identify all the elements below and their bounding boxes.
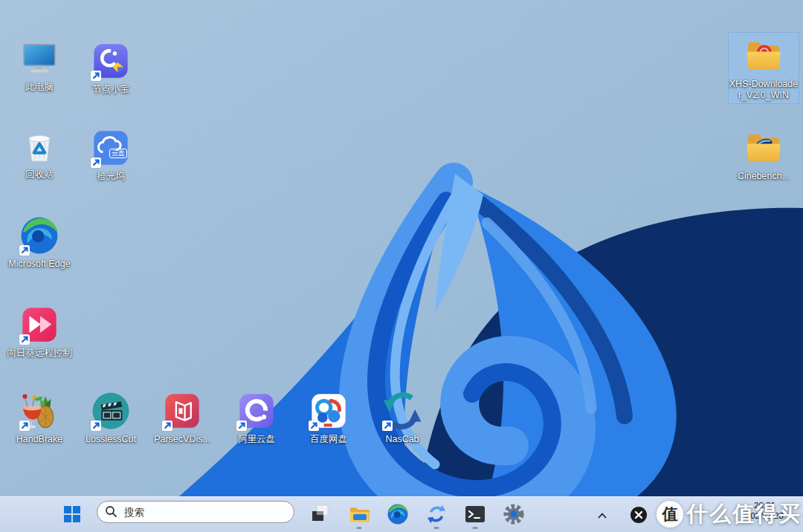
desktop-icon-label: NasCab <box>369 434 436 445</box>
folder-icon <box>742 126 785 169</box>
desktop-icon-label: XHS-Downloader_V2.0_WIN <box>729 79 799 101</box>
baidu-netdisk-icon <box>307 389 350 432</box>
shortcut-arrow-icon <box>382 421 393 431</box>
taskbar-app-terminal[interactable] <box>461 498 489 531</box>
desktop: 此电脑 节点小宝 回收站 云盘 拾光坞 <box>0 30 803 496</box>
desktop-icon-this-pc[interactable]: 此电脑 <box>6 36 73 95</box>
taskbar-app-edge[interactable] <box>384 498 412 531</box>
desktop-icon-losslesscut[interactable]: LosslessCut <box>77 388 144 447</box>
remote-desktop-window: Zoom in (adapt DPI) Detach tab Toggle sc… <box>0 0 803 532</box>
desktop-icon-recycle-bin[interactable]: 回收站 <box>6 123 73 183</box>
desktop-icon-xhs-downloader-folder[interactable]: XHS-Downloader_V2.0_WIN <box>729 33 799 103</box>
desktop-icon-label: Microsoft Edge <box>6 259 73 270</box>
chevron-up-icon <box>597 512 607 519</box>
search-icon <box>105 505 117 521</box>
taskbar-app-file-explorer[interactable] <box>345 498 373 531</box>
overlapping-squares-icon <box>309 503 332 525</box>
settings-gear-icon <box>503 503 525 525</box>
this-pc-icon <box>18 37 61 80</box>
taskbar-search[interactable] <box>97 501 294 523</box>
edge-icon <box>18 214 61 257</box>
desktop-icon-label: 向日葵远程控制 <box>6 348 73 359</box>
tray-close-app-button[interactable] <box>629 505 648 525</box>
recycle-bin-icon <box>18 125 61 168</box>
shortcut-arrow-icon <box>19 421 30 431</box>
sunlogin-icon <box>18 303 61 346</box>
desktop-icon-parsec-vdisplay[interactable]: ParsecVDis... <box>149 388 216 447</box>
edge-icon <box>386 502 410 526</box>
desktop-icon-label: HandBrake <box>6 434 73 445</box>
running-indicator <box>357 527 362 529</box>
x-circle-icon <box>630 506 648 524</box>
taskbar-app-overlapping-squares[interactable] <box>306 498 335 531</box>
windows-logo-icon <box>64 506 80 522</box>
losslesscut-icon <box>89 389 132 432</box>
shortcut-arrow-icon <box>309 421 319 431</box>
desktop-icon-microsoft-edge[interactable]: Microsoft Edge <box>6 213 73 272</box>
terminal-icon <box>464 503 486 525</box>
handbrake-icon <box>18 389 61 432</box>
desktop-icon-label: 此电脑 <box>6 82 73 93</box>
desktop-icon-label: 百度网盘 <box>295 434 362 445</box>
desktop-icon-label: LosslessCut <box>77 434 144 445</box>
running-indicator <box>473 527 478 529</box>
desktop-icon-aliyun-drive[interactable]: 阿里云盘 <box>223 388 290 447</box>
desktop-icon-jiedian-xiaobao[interactable]: 节点小宝 <box>77 38 144 97</box>
clock-time: 20:31 <box>746 500 784 510</box>
shortcut-arrow-icon <box>91 421 101 431</box>
shortcut-arrow-icon <box>19 245 30 256</box>
start-button[interactable] <box>59 502 85 526</box>
running-indicator <box>434 527 439 529</box>
clock-date: 2024/7/28 <box>746 510 784 521</box>
desktop-icon-cinebench-folder[interactable]: Cinebench... <box>729 125 799 184</box>
nascab-icon <box>381 389 424 432</box>
folder-icon <box>742 34 785 77</box>
aliyun-drive-icon <box>235 389 278 432</box>
desktop-icon-label: 阿里云盘 <box>223 434 290 445</box>
desktop-icon-sunlogin[interactable]: 向日葵远程控制 <box>6 302 73 361</box>
shiguangwu-cloud-icon: 云盘 <box>89 126 132 169</box>
shortcut-arrow-icon <box>236 421 247 431</box>
shortcut-arrow-icon <box>91 71 101 81</box>
tray-chevron-button[interactable] <box>593 507 611 525</box>
desktop-icon-label: 回收站 <box>6 169 73 181</box>
shortcut-arrow-icon <box>91 158 101 168</box>
desktop-icon-baidu-netdisk[interactable]: 百度网盘 <box>295 388 362 447</box>
desktop-icon-label: Cinebench... <box>729 171 799 182</box>
shortcut-arrow-icon <box>19 334 30 345</box>
desktop-icon-nascab[interactable]: NasCab <box>369 388 436 447</box>
parsec-vdisplay-icon <box>161 389 204 432</box>
desktop-icon-label: ParsecVDis... <box>149 434 216 445</box>
jiedian-xiaobao-icon <box>89 39 132 82</box>
monitor-icon <box>662 507 681 525</box>
taskbar-app-sync[interactable] <box>422 498 451 531</box>
desktop-icon-label: 节点小宝 <box>77 84 144 95</box>
tray-display-button[interactable] <box>660 505 683 526</box>
desktop-icon-handbrake[interactable]: HandBrake <box>6 388 73 447</box>
search-input[interactable] <box>97 501 294 523</box>
file-explorer-icon <box>348 503 370 525</box>
taskbar-clock[interactable]: 20:31 2024/7/28 <box>746 500 784 521</box>
taskbar-app-settings[interactable] <box>500 498 528 531</box>
shortcut-arrow-icon <box>162 421 172 431</box>
sync-arrows-icon <box>425 503 448 525</box>
desktop-icon-label: 拾光坞 <box>77 171 144 182</box>
desktop-icon-shiguangwu[interactable]: 云盘 拾光坞 <box>77 125 144 184</box>
cloud-disk-badge: 云盘 <box>109 149 127 158</box>
taskbar-apps <box>306 496 528 532</box>
